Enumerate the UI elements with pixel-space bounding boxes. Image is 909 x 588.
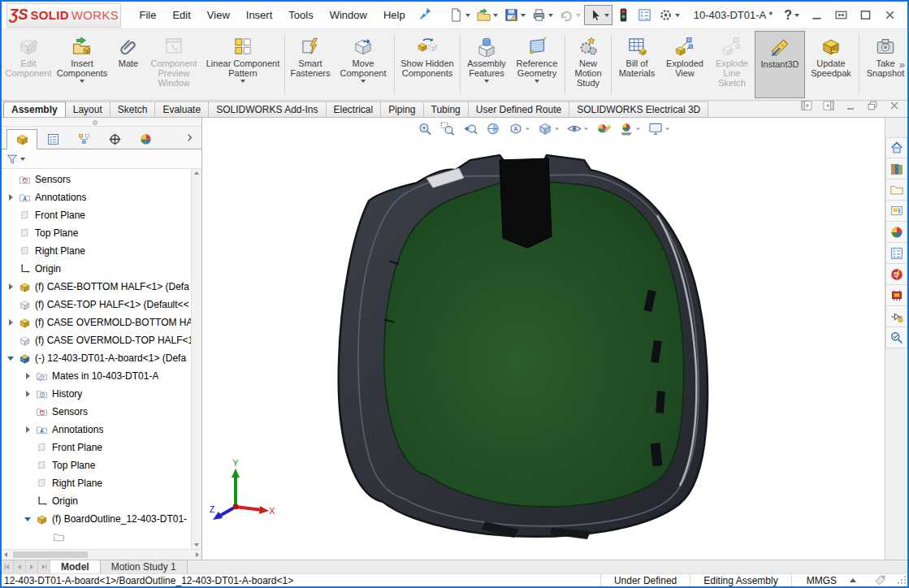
graphics-viewport[interactable]: A <box>202 118 885 560</box>
panel-expand-button[interactable] <box>180 132 199 146</box>
tree-expand-arrow-icon[interactable] <box>5 194 16 201</box>
hud-view-settings-button[interactable] <box>647 119 671 138</box>
scroll-left-icon[interactable] <box>4 552 7 557</box>
taskpane-solidworks-forum-button[interactable]: S <box>885 264 907 285</box>
menu-tools[interactable]: Tools <box>280 2 321 28</box>
tab-solidworks-add-ins[interactable]: SOLIDWORKS Add-Ins <box>208 102 326 117</box>
scroll-up-icon[interactable] <box>194 171 199 175</box>
tree-item-12-403-dt01-a-board-1-defa[interactable]: (-) 12-403-DT01-A-board<1> (Defa <box>2 349 191 367</box>
menu-window[interactable]: Window <box>322 2 375 28</box>
taskpane-file-explorer-button[interactable] <box>885 179 907 201</box>
doc-minimize-button[interactable] <box>844 99 857 115</box>
hud-section-view-button[interactable] <box>485 119 502 138</box>
ribbon-move-component-button[interactable]: Move Component <box>334 31 392 98</box>
tree-item-top-plane[interactable]: Top Plane <box>2 224 191 242</box>
tree-expand-arrow-icon[interactable] <box>5 357 16 361</box>
taskpane-insert-symbol-button[interactable] <box>885 306 907 327</box>
taskpane-home-button[interactable] <box>885 137 907 158</box>
ribbon-update-speedpak-button[interactable]: Update Speedpak <box>805 31 857 98</box>
assembly-3d-model[interactable] <box>202 118 885 560</box>
nav-first-button[interactable] <box>2 560 14 573</box>
open-document-button[interactable] <box>474 6 500 24</box>
tree-expand-arrow-icon[interactable] <box>22 517 33 521</box>
tree-filter-bar[interactable] <box>2 149 201 169</box>
ribbon-reference-geometry-button[interactable]: Reference Geometry <box>511 31 563 98</box>
ribbon-bill-of-materials-button[interactable]: Bill of Materials <box>613 31 660 98</box>
ribbon-insert-components-button[interactable]: Insert Components <box>52 31 112 98</box>
new-document-button[interactable] <box>446 6 473 24</box>
scroll-down-icon[interactable] <box>194 543 199 547</box>
hud-hide-show-items-button[interactable] <box>566 119 590 138</box>
ribbon-mate-button[interactable]: Mate <box>112 31 145 98</box>
tree-item-annotations[interactable]: AAnnotations <box>2 188 191 206</box>
nav-last-button[interactable] <box>38 560 50 573</box>
hud-edit-appearance-button[interactable] <box>595 119 612 138</box>
panel-splitter[interactable] <box>2 118 201 127</box>
minimize-button[interactable] <box>807 6 826 24</box>
tree-item-front-plane[interactable]: Front Plane <box>2 206 191 224</box>
tree-vertical-scrollbar[interactable] <box>191 169 201 549</box>
menu-edit[interactable]: Edit <box>164 2 198 28</box>
nav-next-button[interactable] <box>26 560 38 573</box>
tree-item-mates-in-10-403-dt01-a[interactable]: Mates in 10-403-DT01-A <box>2 367 191 385</box>
tree-expand-arrow-icon[interactable] <box>22 373 33 379</box>
ribbon-show-hidden-components-button[interactable]: Show Hidden Components <box>396 31 458 98</box>
taskpane-design-library-button[interactable] <box>885 158 907 179</box>
maximize-button[interactable] <box>856 6 875 24</box>
taskpane-custom-properties-button[interactable] <box>885 243 907 264</box>
bottom-tab-motion-study-1[interactable]: Motion Study 1 <box>101 560 188 573</box>
rebuild-traffic-light-button[interactable] <box>613 6 634 24</box>
tab-assembly[interactable]: Assembly <box>3 102 66 117</box>
select-cursor-button[interactable] <box>584 5 612 25</box>
tree-horizontal-scrollbar[interactable] <box>2 549 201 560</box>
scrollbar-thumb[interactable] <box>13 551 88 558</box>
doc-restore-button[interactable] <box>866 99 879 115</box>
ribbon-assembly-features-button[interactable]: Assembly Features <box>462 31 511 98</box>
taskpane-view-palette-button[interactable] <box>885 201 907 222</box>
save-button[interactable] <box>501 6 528 24</box>
panel-tab-featuremanager-tree[interactable] <box>6 129 37 149</box>
tab-electrical[interactable]: Electrical <box>326 102 382 117</box>
tree-expand-arrow-icon[interactable] <box>22 391 33 397</box>
panel-tab-display-manager[interactable] <box>130 129 161 149</box>
doc-close-button[interactable] <box>888 99 901 115</box>
tab-solidworks-electrical-3d[interactable]: SOLIDWORKS Electrical 3D <box>569 102 708 117</box>
ribbon-exploded-view-button[interactable]: Exploded View <box>660 31 709 98</box>
menu-view[interactable]: View <box>199 2 238 28</box>
taskpane-electrical-symbols-button[interactable] <box>885 285 907 306</box>
tree-item-f-case-bottom-half-1-defa[interactable]: (f) CASE-BOTTOM HALF<1> (Defa <box>2 278 191 296</box>
tree-item-origin[interactable]: Origin <box>2 260 191 278</box>
scroll-right-icon[interactable] <box>196 552 199 557</box>
tree-expand-arrow-icon[interactable] <box>22 426 33 433</box>
tab-user-defined-route[interactable]: User Defined Route <box>468 102 569 117</box>
tab-evaluate[interactable]: Evaluate <box>154 102 209 117</box>
tree-item-f-case-top-half-1-default[interactable]: (f) CASE-TOP HALF<1> (Default<< <box>2 296 191 313</box>
hud-previous-view-button[interactable] <box>462 119 479 138</box>
nav-prev-button[interactable] <box>14 560 26 573</box>
pin-menu-button[interactable] <box>413 6 438 24</box>
menu-file[interactable]: File <box>131 2 164 28</box>
hud-zoom-area-button[interactable] <box>439 119 457 138</box>
tab-piping[interactable]: Piping <box>380 102 423 117</box>
tree-item-f-case-overmold-top-half-1[interactable]: (f) CASE OVERMOLD-TOP HALF<1 <box>2 331 191 349</box>
tree-item-item[interactable] <box>2 528 191 546</box>
tab-sketch[interactable]: Sketch <box>110 102 156 117</box>
tree-item-front-plane[interactable]: Front Plane <box>2 439 191 456</box>
ribbon-overflow-chevron-icon[interactable]: » <box>899 58 905 71</box>
menu-insert[interactable]: Insert <box>238 2 281 28</box>
print-button[interactable] <box>529 6 556 24</box>
bottom-tab-model[interactable]: Model <box>50 560 101 573</box>
tree-item-origin[interactable]: Origin <box>2 492 191 510</box>
taskpane-design-checker-button[interactable] <box>885 327 907 348</box>
tab-tubing[interactable]: Tubing <box>423 102 469 117</box>
tree-filter-button[interactable] <box>6 153 25 166</box>
ribbon-smart-fasteners-button[interactable]: Smart Fasteners <box>287 31 334 98</box>
tree-item-annotations[interactable]: AAnnotations <box>2 421 191 439</box>
panel-tab-propertymanager[interactable] <box>37 129 68 149</box>
tree-item-f-case-overmold-bottom-ha[interactable]: (f) CASE OVERMOLD-BOTTOM HA <box>2 313 191 331</box>
pane-left-button[interactable] <box>800 99 813 115</box>
tree-expand-arrow-icon[interactable] <box>5 319 16 326</box>
tree-item-history[interactable]: History <box>2 385 191 403</box>
tree-item-sensors[interactable]: Sensors <box>2 171 191 188</box>
tree-expand-arrow-icon[interactable] <box>5 283 16 290</box>
